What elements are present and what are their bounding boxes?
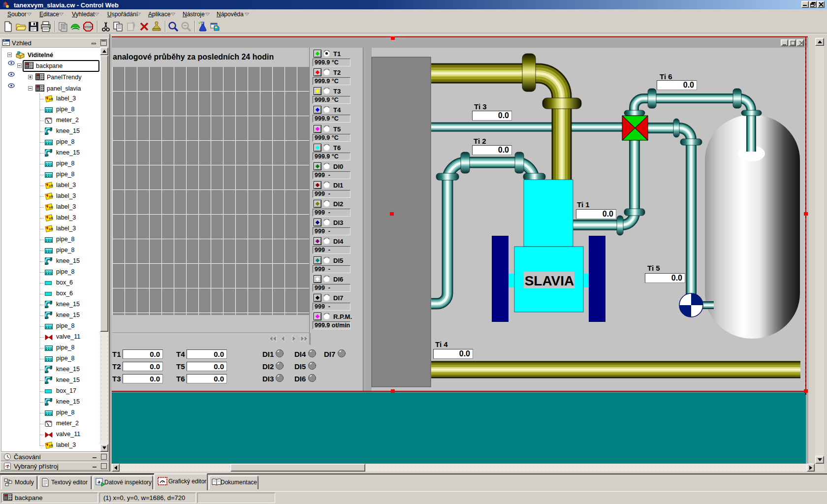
- svg-text:a: a: [97, 478, 100, 484]
- svg-text:SLAVIA: SLAVIA: [525, 273, 574, 288]
